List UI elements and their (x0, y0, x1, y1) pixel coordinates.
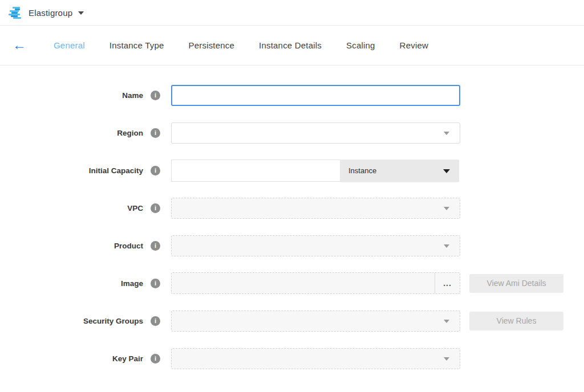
info-icon[interactable]: i (151, 316, 160, 326)
app-header: Elastigroup (0, 0, 584, 26)
field-row-image: Image i ... View Ami Details (0, 272, 584, 294)
tab-instance-details[interactable]: Instance Details (259, 40, 322, 50)
back-arrow-icon[interactable]: ← (13, 38, 26, 52)
initial-capacity-label: Initial Capacity (0, 166, 143, 175)
tab-scaling[interactable]: Scaling (346, 40, 375, 50)
chevron-down-icon[interactable] (78, 11, 84, 15)
image-browse-button[interactable]: ... (435, 273, 460, 293)
info-icon[interactable]: i (151, 128, 160, 138)
field-row-region: Region i (0, 122, 584, 144)
initial-capacity-input[interactable] (171, 160, 340, 182)
wizard-tabs: General Instance Type Persistence Instan… (54, 40, 428, 50)
vpc-select (171, 198, 460, 219)
view-ami-details-button[interactable]: View Ami Details (469, 274, 563, 293)
field-row-product: Product i (0, 235, 584, 256)
chevron-down-icon (444, 244, 449, 248)
tab-instance-type[interactable]: Instance Type (110, 40, 164, 50)
app-title[interactable]: Elastigroup (29, 8, 72, 18)
key-pair-select (171, 348, 460, 369)
field-row-initial-capacity: Initial Capacity i Instance (0, 160, 584, 181)
image-input-group: ... (171, 272, 460, 294)
chevron-down-icon (444, 320, 449, 323)
capacity-unit-value: Instance (348, 166, 376, 175)
elastigroup-logo-icon (9, 6, 23, 19)
info-icon[interactable]: i (151, 91, 160, 100)
general-settings-form: Name i Region i Initial Capacity i Insta… (0, 66, 584, 369)
tab-review[interactable]: Review (400, 40, 428, 50)
key-pair-label: Key Pair (0, 354, 143, 363)
field-row-key-pair: Key Pair i (0, 348, 584, 369)
security-groups-select (171, 311, 460, 332)
chevron-down-icon (444, 207, 449, 210)
info-icon[interactable]: i (151, 241, 160, 251)
security-groups-label: Security Groups (0, 317, 143, 325)
chevron-down-icon (443, 169, 450, 173)
region-label: Region (0, 129, 143, 137)
info-icon[interactable]: i (151, 166, 160, 175)
region-select[interactable] (171, 122, 460, 144)
field-row-name: Name i (0, 84, 584, 106)
tab-general[interactable]: General (54, 40, 85, 50)
name-input[interactable] (171, 85, 460, 106)
product-select (171, 235, 460, 256)
image-value (172, 273, 435, 293)
wizard-tabbar: ← General Instance Type Persistence Inst… (0, 26, 584, 66)
view-rules-button[interactable]: View Rules (469, 312, 563, 330)
image-label: Image (0, 279, 143, 288)
chevron-down-icon (444, 357, 449, 361)
info-icon[interactable]: i (151, 354, 160, 364)
product-label: Product (0, 242, 143, 250)
info-icon[interactable]: i (151, 203, 160, 213)
chevron-down-icon (444, 132, 449, 135)
field-row-vpc: VPC i (0, 197, 584, 219)
vpc-label: VPC (0, 204, 143, 213)
info-icon[interactable]: i (151, 279, 160, 288)
field-row-security-groups: Security Groups i View Rules (0, 310, 584, 332)
name-label: Name (0, 91, 143, 100)
capacity-unit-select[interactable]: Instance (340, 160, 459, 182)
tab-persistence[interactable]: Persistence (189, 40, 235, 50)
